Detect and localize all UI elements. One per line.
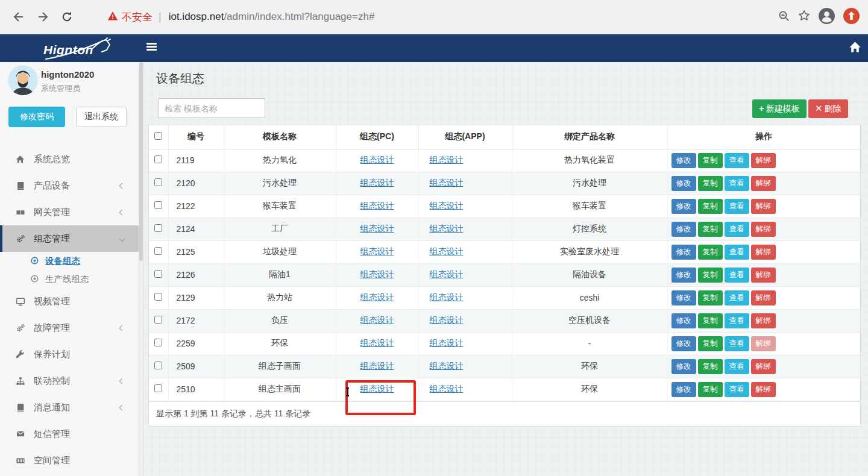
pc-design-link[interactable]: 组态设计 (360, 361, 394, 371)
edit-button[interactable]: 修改 (671, 199, 696, 214)
app-logo[interactable]: Hignton (35, 37, 131, 61)
forward-icon[interactable] (33, 7, 53, 27)
unbind-button[interactable]: 解绑 (751, 222, 776, 237)
address-bar[interactable]: 不安全 | iot.idosp.net/admin/index.html?lan… (107, 10, 778, 24)
row-checkbox[interactable] (154, 339, 162, 346)
unbind-button[interactable]: 解绑 (751, 382, 776, 397)
row-checkbox[interactable] (154, 362, 162, 369)
row-checkbox[interactable] (154, 178, 162, 186)
sidebar-subitem-1[interactable]: 生产线组态 (0, 270, 139, 288)
select-all-checkbox[interactable] (154, 132, 162, 140)
sidebar-subitem-0[interactable]: 设备组态 (0, 252, 139, 270)
unbind-button[interactable]: 解绑 (751, 268, 776, 283)
app-design-link[interactable]: 组态设计 (430, 384, 464, 393)
app-design-link[interactable]: 组态设计 (430, 338, 464, 348)
copy-button[interactable]: 复制 (698, 382, 723, 397)
unbind-button[interactable]: 解绑 (751, 153, 776, 168)
back-icon[interactable] (8, 7, 29, 27)
app-design-link[interactable]: 组态设计 (430, 246, 464, 256)
pc-design-link[interactable]: 组态设计 (360, 246, 394, 256)
pc-design-link[interactable]: 组态设计 (360, 178, 394, 187)
copy-button[interactable]: 复制 (698, 153, 723, 168)
pc-design-link[interactable]: 组态设计 (360, 338, 394, 348)
edit-button[interactable]: 修改 (671, 176, 696, 191)
row-checkbox[interactable] (154, 201, 162, 209)
edit-button[interactable]: 修改 (671, 153, 696, 168)
unbind-button[interactable]: 解绑 (751, 199, 776, 214)
sidebar-item-7[interactable]: 联动控制 (0, 368, 139, 394)
view-button[interactable]: 查看 (725, 268, 749, 283)
row-checkbox[interactable] (154, 384, 162, 392)
avatar[interactable] (8, 65, 38, 95)
view-button[interactable]: 查看 (725, 290, 749, 305)
sidebar-item-10[interactable]: 空间管理 (0, 447, 139, 474)
row-checkbox[interactable] (154, 224, 162, 232)
app-design-link[interactable]: 组态设计 (430, 224, 464, 233)
reload-icon[interactable] (57, 7, 77, 27)
edit-button[interactable]: 修改 (671, 245, 696, 260)
pc-design-link[interactable]: 组态设计 (360, 224, 394, 233)
unbind-button[interactable]: 解绑 (751, 359, 776, 374)
menu-toggle-icon[interactable] (146, 43, 157, 51)
app-design-link[interactable]: 组态设计 (430, 361, 464, 371)
pc-design-link[interactable]: 组态设计 (360, 269, 394, 279)
copy-button[interactable]: 复制 (698, 245, 723, 260)
app-design-link[interactable]: 组态设计 (430, 269, 464, 279)
change-password-button[interactable]: 修改密码 (8, 107, 65, 127)
pc-design-link[interactable]: 组态设计 (360, 384, 394, 393)
sidebar-item-2[interactable]: 网关管理 (0, 199, 139, 225)
pc-design-link[interactable]: 组态设计 (360, 292, 394, 302)
row-checkbox[interactable] (154, 270, 162, 278)
sidebar-item-5[interactable]: 故障管理 (0, 315, 139, 341)
new-template-button[interactable]: +新建模板 (752, 99, 807, 118)
row-checkbox[interactable] (154, 316, 162, 324)
copy-button[interactable]: 复制 (698, 290, 723, 305)
copy-button[interactable]: 复制 (698, 222, 723, 237)
edit-button[interactable]: 修改 (671, 222, 696, 237)
edit-button[interactable]: 修改 (671, 290, 696, 305)
pc-design-link[interactable]: 组态设计 (360, 155, 394, 164)
copy-button[interactable]: 复制 (698, 199, 723, 214)
star-icon[interactable] (798, 10, 810, 24)
unbind-button[interactable]: 解绑 (751, 313, 776, 328)
view-button[interactable]: 查看 (725, 245, 749, 260)
edit-button[interactable]: 修改 (671, 359, 696, 374)
unbind-button[interactable]: 解绑 (751, 245, 776, 260)
app-design-link[interactable]: 组态设计 (430, 315, 464, 325)
pc-design-link[interactable]: 组态设计 (360, 315, 394, 325)
sidebar-scrollbar-thumb[interactable] (139, 62, 143, 261)
logout-button[interactable]: 退出系统 (76, 107, 127, 127)
row-checkbox[interactable] (154, 247, 162, 255)
update-icon[interactable] (843, 8, 860, 27)
sidebar-item-1[interactable]: 产品设备 (0, 172, 139, 199)
unbind-button[interactable]: 解绑 (751, 176, 776, 191)
app-design-link[interactable]: 组态设计 (430, 178, 464, 187)
row-checkbox[interactable] (154, 155, 162, 163)
view-button[interactable]: 查看 (725, 336, 749, 351)
edit-button[interactable]: 修改 (671, 268, 696, 283)
search-input[interactable] (158, 98, 265, 118)
view-button[interactable]: 查看 (725, 359, 749, 374)
sidebar-item-4[interactable]: 视频管理 (0, 288, 139, 315)
app-design-link[interactable]: 组态设计 (430, 155, 464, 164)
sidebar-item-9[interactable]: 短信管理 (0, 421, 139, 447)
edit-button[interactable]: 修改 (671, 382, 696, 397)
unbind-button[interactable]: 解绑 (751, 290, 776, 305)
pc-design-link[interactable]: 组态设计 (360, 201, 394, 210)
sidebar-item-6[interactable]: 保养计划 (0, 341, 139, 368)
app-design-link[interactable]: 组态设计 (430, 292, 464, 302)
view-button[interactable]: 查看 (725, 199, 749, 214)
sidebar-item-0[interactable]: 系统总览 (0, 146, 139, 172)
app-design-link[interactable]: 组态设计 (430, 201, 464, 210)
sidebar-item-8[interactable]: 消息通知 (0, 394, 139, 421)
view-button[interactable]: 查看 (725, 176, 749, 191)
edit-button[interactable]: 修改 (671, 313, 696, 328)
sidebar-item-3[interactable]: 组态管理 (0, 225, 139, 252)
profile-icon[interactable] (819, 8, 835, 27)
view-button[interactable]: 查看 (725, 222, 749, 237)
copy-button[interactable]: 复制 (698, 268, 723, 283)
copy-button[interactable]: 复制 (698, 359, 723, 374)
view-button[interactable]: 查看 (725, 313, 749, 328)
zoom-out-icon[interactable] (778, 10, 790, 24)
copy-button[interactable]: 复制 (698, 336, 723, 351)
